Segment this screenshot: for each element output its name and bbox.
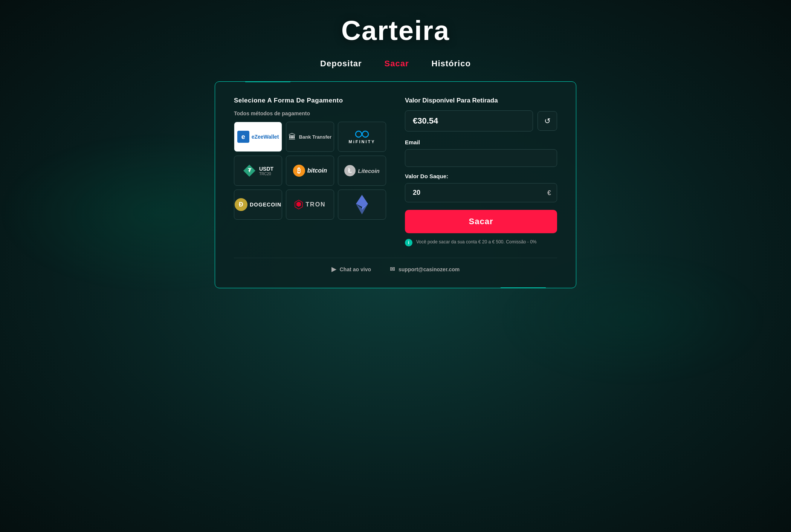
- btc-circle: ₿: [293, 165, 305, 177]
- bank-text: Bank Transfer: [299, 134, 332, 140]
- tab-depositar[interactable]: Depositar: [320, 57, 362, 70]
- tron-icon: [294, 199, 303, 210]
- ltc-circle: Ł: [344, 165, 356, 176]
- ezee-text: eZeeWallet: [252, 134, 279, 140]
- email-label: support@casinozer.com: [399, 266, 460, 272]
- doge-text: DOGECOIN: [250, 202, 281, 208]
- refresh-icon: ↺: [544, 116, 551, 125]
- saque-label: Valor Do Saque:: [405, 173, 557, 179]
- available-amount-input[interactable]: [405, 110, 533, 131]
- svg-text:₮: ₮: [247, 167, 251, 173]
- saque-input-wrap: €: [405, 183, 557, 202]
- chat-link[interactable]: ▶ Chat ao vivo: [331, 266, 371, 273]
- tron-text: TRON: [305, 201, 325, 208]
- info-icon: i: [405, 239, 412, 246]
- email-icon: ✉: [390, 266, 395, 273]
- info-row: i Você pode sacar da sua conta € 20 a € …: [405, 238, 557, 246]
- info-text: Você pode sacar da sua conta € 20 a € 50…: [416, 238, 537, 245]
- mifinity-logo: MiFINITY: [348, 130, 375, 144]
- amount-row: ↺: [405, 110, 557, 131]
- available-label: Valor Disponível Para Retirada: [405, 97, 557, 104]
- ltc-text: Litecoin: [358, 168, 380, 174]
- usdt-icon: ₮: [243, 164, 256, 177]
- payment-mifinity[interactable]: MiFINITY: [338, 122, 386, 152]
- payment-ethereum[interactable]: [338, 190, 386, 220]
- email-label: Email: [405, 139, 557, 145]
- email-link[interactable]: ✉ support@casinozer.com: [390, 266, 460, 273]
- card-footer: ▶ Chat ao vivo ✉ support@casinozer.com: [234, 258, 557, 273]
- main-card: Selecione A Forma De Pagamento Todos mét…: [215, 81, 576, 288]
- bitcoin-logo: ₿ bitcoin: [293, 165, 327, 177]
- tab-sacar[interactable]: Sacar: [385, 57, 409, 70]
- bank-icon: 🏛: [289, 133, 296, 141]
- payment-tron[interactable]: TRON: [286, 190, 334, 220]
- methods-label: Todos métodos de pagamento: [234, 110, 386, 116]
- saque-input[interactable]: [405, 183, 557, 202]
- right-panel: Valor Disponível Para Retirada ↺ Email V…: [405, 97, 557, 246]
- currency-symbol: €: [547, 189, 551, 197]
- refresh-button[interactable]: ↺: [538, 111, 557, 131]
- usdt-text: USDT: [259, 166, 273, 172]
- tron-logo: TRON: [294, 199, 325, 210]
- chat-label: Chat ao vivo: [340, 266, 371, 272]
- left-panel: Selecione A Forma De Pagamento Todos mét…: [234, 97, 386, 246]
- payment-grid: e eZeeWallet 🏛 Bank Transfer: [234, 122, 386, 220]
- payment-bitcoin[interactable]: ₿ bitcoin: [286, 156, 334, 186]
- svg-marker-3: [296, 202, 301, 207]
- bank-logo: 🏛 Bank Transfer: [289, 133, 332, 141]
- ezee-icon: e: [237, 131, 249, 143]
- ethereum-icon: [354, 193, 370, 216]
- payment-section-title: Selecione A Forma De Pagamento: [234, 97, 386, 104]
- ezeewallet-logo: e eZeeWallet: [237, 131, 279, 143]
- payment-usdt[interactable]: ₮ USDT TRC20: [234, 156, 282, 186]
- payment-litecoin[interactable]: Ł Litecoin: [338, 156, 386, 186]
- page-title: Carteira: [341, 15, 450, 46]
- tab-historico[interactable]: Histórico: [432, 57, 471, 70]
- litecoin-logo: Ł Litecoin: [344, 165, 380, 176]
- mifinity-text: MiFINITY: [348, 139, 375, 144]
- payment-dogecoin[interactable]: Ð DOGECOIN: [234, 190, 282, 220]
- payment-bank-transfer[interactable]: 🏛 Bank Transfer: [286, 122, 334, 152]
- doge-logo: Ð DOGECOIN: [235, 198, 281, 211]
- tab-navigation: Depositar Sacar Histórico: [320, 57, 471, 70]
- doge-circle: Ð: [235, 198, 247, 211]
- btc-text: bitcoin: [307, 167, 327, 174]
- sacar-button[interactable]: Sacar: [405, 210, 557, 233]
- usdt-sub: TRC20: [259, 172, 273, 176]
- mifinity-icon: [353, 130, 371, 139]
- usdt-logo: ₮ USDT TRC20: [243, 164, 273, 177]
- email-input[interactable]: [405, 149, 557, 167]
- chat-icon: ▶: [331, 266, 336, 273]
- payment-ezeewallet[interactable]: e eZeeWallet: [234, 122, 282, 152]
